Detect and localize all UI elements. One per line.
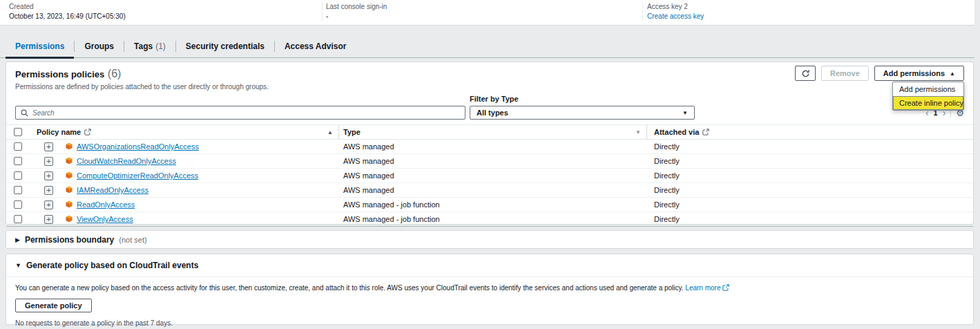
caret-down-icon: ▼ [682, 110, 688, 116]
type-header[interactable]: Type [343, 128, 361, 136]
permissions-policies-panel: Permissions policies (6) Permissions are… [6, 62, 974, 225]
attached-via-header[interactable]: Attached via [654, 128, 699, 136]
policy-attached-via: Directly [647, 200, 973, 209]
policy-attached-via: Directly [647, 171, 973, 180]
policy-name-link[interactable]: CloudWatchReadOnlyAccess [77, 157, 176, 165]
refresh-icon [801, 69, 810, 78]
tab-label: Tags [134, 41, 153, 51]
remove-button[interactable]: Remove [821, 66, 869, 81]
policy-attached-via: Directly [647, 157, 973, 165]
add-permissions-label: Add permissions [883, 69, 945, 77]
permissions-boundary-panel[interactable]: ▶ Permissions boundary (not set) [6, 230, 974, 249]
description-text: You can generate a new policy based on t… [15, 284, 684, 292]
menu-item-add-permissions[interactable]: Add permissions [893, 82, 963, 96]
managed-policy-icon [65, 200, 73, 209]
iam-user-detail-page: Created October 13, 2023, 16:49 (UTC+05:… [0, 0, 980, 329]
row-checkbox[interactable] [14, 186, 22, 194]
expand-row-icon[interactable] [44, 186, 53, 195]
select-all-checkbox[interactable] [14, 128, 22, 136]
boundary-status: (not set) [119, 236, 146, 244]
policy-type: AWS managed [339, 157, 647, 165]
table-row: ComputeOptimizerReadOnlyAccess AWS manag… [6, 169, 973, 183]
row-checkbox[interactable] [14, 157, 22, 165]
generate-policy-title: Generate policy based on CloudTrail even… [26, 261, 198, 270]
selected-filter-value: All types [477, 109, 508, 117]
learn-more-link[interactable]: Learn more [685, 284, 720, 292]
summary-access-key: Access key 2 Create access key [647, 3, 704, 20]
expand-row-icon[interactable] [44, 215, 53, 224]
summary-divider [642, 2, 643, 21]
panel-description: Permissions are defined by policies atta… [15, 83, 964, 91]
column-filter-icon[interactable]: ▼ [635, 129, 641, 135]
tab-label: Groups [84, 41, 114, 51]
managed-policy-icon [65, 215, 73, 223]
panel-title: Permissions policies [15, 69, 104, 79]
expand-row-icon[interactable] [44, 142, 53, 151]
policy-name-link[interactable]: ComputeOptimizerReadOnlyAccess [77, 171, 198, 180]
external-link-icon [84, 129, 91, 135]
table-row: AWSOrganizationsReadOnlyAccess AWS manag… [6, 140, 973, 154]
row-checkbox[interactable] [14, 200, 22, 209]
policy-name-header[interactable]: Policy name [37, 128, 81, 136]
external-link-icon [702, 129, 709, 135]
table-row: CloudWatchReadOnlyAccess AWS managed Dir… [6, 154, 973, 169]
add-permissions-dropdown: Add permissions Create inline policy [892, 82, 964, 111]
generate-policy-header[interactable]: ▼ Generate policy based on CloudTrail ev… [6, 254, 973, 277]
table-row: ReadOnlyAccess AWS managed - job functio… [6, 198, 973, 212]
summary-last-signin: Last console sign-in - [326, 3, 387, 20]
summary-divider [322, 2, 323, 21]
expand-row-icon[interactable] [44, 157, 53, 166]
table-row: IAMReadOnlyAccess AWS managed Directly [6, 183, 973, 198]
filter-row: Filter by Type All types ▼ ‹ 1 › ⚙ [6, 95, 973, 120]
type-filter-group: Filter by Type All types ▼ [470, 95, 695, 120]
generate-policy-description: You can generate a new policy based on t… [15, 284, 964, 292]
table-body: AWSOrganizationsReadOnlyAccess AWS manag… [6, 140, 973, 227]
expand-row-icon[interactable] [44, 200, 53, 209]
refresh-button[interactable] [795, 66, 816, 81]
tab-tags[interactable]: Tags (1) [124, 35, 175, 57]
create-access-key-link[interactable]: Create access key [647, 12, 704, 20]
policy-type: AWS managed - job function [339, 200, 647, 209]
summary-created: Created October 13, 2023, 16:49 (UTC+05:… [9, 3, 126, 20]
policy-name-link[interactable]: ViewOnlyAccess [77, 215, 133, 223]
filter-label: Filter by Type [470, 95, 695, 103]
tab-label: Access Advisor [285, 41, 347, 51]
policy-type: AWS managed [339, 186, 647, 194]
policy-type: AWS managed [339, 171, 647, 180]
policy-search-box[interactable] [15, 106, 465, 120]
row-checkbox[interactable] [14, 142, 22, 151]
generate-policy-button[interactable]: Generate policy [15, 299, 92, 312]
boundary-title: Permissions boundary [25, 235, 114, 245]
tab-count: (1) [155, 41, 166, 51]
policy-attached-via: Directly [647, 215, 973, 223]
last-signin-value: - [326, 12, 387, 20]
tab-permissions[interactable]: Permissions [6, 35, 74, 57]
tab-access-advisor[interactable]: Access Advisor [275, 35, 356, 57]
created-label: Created [9, 3, 126, 10]
policy-attached-via: Directly [647, 186, 973, 194]
tab-groups[interactable]: Groups [75, 35, 124, 57]
tab-security-credentials[interactable]: Security credentials [176, 35, 274, 57]
policy-name-link[interactable]: AWSOrganizationsReadOnlyAccess [77, 142, 199, 151]
tab-label: Security credentials [186, 41, 265, 51]
policy-name-link[interactable]: ReadOnlyAccess [77, 200, 135, 209]
generate-policy-status: No requests to generate a policy in the … [15, 319, 964, 327]
managed-policy-icon [65, 142, 73, 151]
row-checkbox[interactable] [14, 171, 22, 180]
access-key-label: Access key 2 [647, 3, 704, 10]
policy-type: AWS managed [339, 142, 647, 151]
menu-item-create-inline-policy[interactable]: Create inline policy [893, 96, 963, 110]
policy-type: AWS managed - job function [339, 215, 647, 223]
expand-row-icon[interactable] [44, 171, 53, 180]
caret-up-icon: ▲ [950, 70, 955, 77]
type-filter-select[interactable]: All types ▼ [470, 106, 695, 120]
policy-name-link[interactable]: IAMReadOnlyAccess [77, 186, 148, 194]
sort-ascending-icon[interactable]: ▲ [327, 129, 333, 135]
add-permissions-button[interactable]: Add permissions ▲ [874, 66, 964, 81]
table-header-row: Policy name ▲ Type ▼ Attached via [6, 124, 973, 140]
search-input[interactable] [32, 109, 460, 117]
panel-actions: Remove Add permissions ▲ [795, 66, 964, 81]
row-checkbox[interactable] [14, 215, 22, 223]
search-icon [21, 109, 28, 117]
expand-section-icon[interactable]: ▶ [15, 237, 20, 243]
